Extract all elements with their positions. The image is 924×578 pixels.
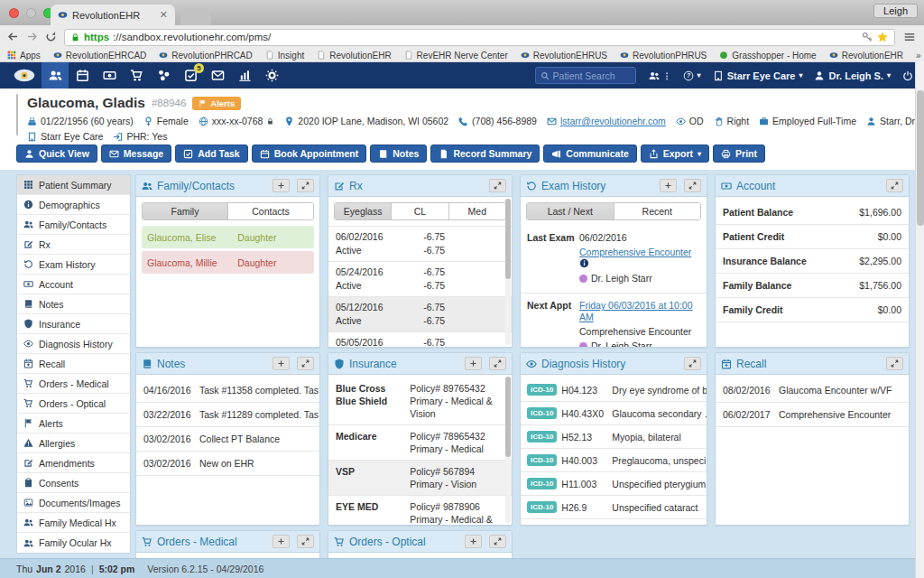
family-row[interactable]: Glaucoma, MillieDaughter (142, 251, 314, 274)
note-row[interactable]: 03/22/2016Task #11289 completed. Tas… (136, 403, 319, 427)
expand-button[interactable] (684, 179, 701, 192)
rx-row[interactable]: 06/02/2016Active-6.75-6.75 (328, 226, 512, 261)
info-circle-icon[interactable] (579, 258, 589, 268)
recent-patients-menu[interactable]: ⋮ (649, 70, 671, 81)
bookmarks-overflow-chevron[interactable]: » (916, 51, 921, 61)
sidebar-item-recall[interactable]: Recall (17, 354, 130, 374)
tab-family[interactable]: Family (143, 203, 227, 219)
sidebar-item-notes[interactable]: Notes (17, 294, 130, 314)
add-button[interactable] (465, 357, 482, 370)
sidebar-item-family-medical-hx[interactable]: Family Medical Hx (17, 513, 130, 533)
family-row[interactable]: Glaucoma, EliseDaughter (142, 226, 314, 248)
message-button[interactable]: Message (101, 144, 171, 163)
export-button[interactable]: Export▾ (641, 144, 709, 163)
bookmark-item[interactable]: RevolutionEHRUS (521, 51, 607, 61)
sidebar-item-documents-images[interactable]: Documents/Images (17, 493, 130, 513)
forward-button[interactable] (26, 31, 38, 44)
alerts-badge[interactable]: Alerts (192, 97, 241, 110)
address-bar[interactable]: https://sandbox.revolutionehr.com/pms/ (64, 29, 895, 46)
book-appointment-button[interactable]: Book Appointment (252, 144, 367, 163)
key-icon[interactable] (862, 32, 873, 42)
rx-row[interactable]: 05/05/2016Active-6.75-6.75 (328, 331, 512, 347)
logout-button[interactable] (902, 70, 913, 81)
insurance-row[interactable]: MedicarePolicy# 78965432Primary - Medica… (328, 424, 512, 460)
sidebar-item-family-contacts[interactable]: Family/Contacts (17, 215, 130, 235)
back-button[interactable] (7, 31, 19, 44)
diagnosis-row[interactable]: ICD-10H26.9Unspecified cataract (521, 496, 707, 519)
browser-scrollbar[interactable] (915, 61, 924, 578)
sidebar-item-patient-summary[interactable]: Patient Summary (17, 175, 130, 195)
expand-button[interactable] (489, 179, 506, 192)
sidebar-item-rx[interactable]: Rx (17, 235, 130, 255)
diagnosis-row[interactable]: ICD-10H04.123Dry eye syndrome of b… (521, 378, 707, 402)
tab-eyeglass[interactable]: Eyeglass (335, 203, 391, 219)
bookmark-star-icon[interactable] (876, 31, 889, 43)
nav-accounting[interactable] (96, 62, 123, 89)
patient-search-input[interactable] (553, 70, 625, 81)
next-appt-link[interactable]: Friday 06/03/2016 at 10:00 AM (579, 300, 693, 322)
scrollbar[interactable] (505, 377, 511, 523)
browser-tab[interactable]: RevolutionEHR ✕ (51, 5, 175, 25)
insurance-row[interactable]: VSPPolicy# 567894Primary - Vision (328, 460, 512, 495)
bookmark-item[interactable]: RevolutionEHR (317, 51, 391, 61)
scrollbar[interactable] (505, 199, 511, 345)
bookmark-item[interactable]: RevolutionPHRCAD (159, 51, 252, 61)
bookmark-item[interactable]: RevEHR Nerve Center (404, 51, 508, 61)
nav-admin[interactable] (258, 62, 285, 89)
note-row[interactable]: 03/02/2016Collect PT Balance (136, 427, 319, 452)
expand-button[interactable] (297, 179, 314, 192)
revolutionehr-logo[interactable] (7, 69, 42, 82)
rx-row[interactable]: 05/12/2016Active-6.75-6.75 (328, 296, 512, 331)
bookmark-item[interactable]: RevolutionEHRCAD (53, 51, 146, 61)
diagnosis-row[interactable]: ICD-10H40.43X0Glaucoma secondary … (521, 402, 707, 425)
recall-row[interactable]: 06/02/2017Comprehensive Encounter (716, 403, 909, 427)
sidebar-item-orders-medical[interactable]: Orders - Medical (17, 374, 130, 394)
nav-tasks[interactable]: 5 (177, 62, 204, 89)
expand-button[interactable] (297, 535, 314, 548)
sidebar-item-allergies[interactable]: Allergies (17, 434, 130, 453)
add-button[interactable] (465, 535, 482, 548)
scrollbar-thumb[interactable] (917, 90, 924, 226)
minimize-window-button[interactable] (26, 8, 36, 18)
sidebar-item-alerts[interactable]: Alerts (17, 414, 130, 434)
notes-button[interactable]: Notes (370, 144, 427, 163)
note-row[interactable]: 03/02/2016New on EHR (136, 452, 319, 476)
insurance-row[interactable]: Blue Cross Blue ShieldPolicy# 89765432Pr… (328, 378, 512, 424)
add-button[interactable] (273, 535, 290, 548)
tab-contacts[interactable]: Contacts (227, 203, 313, 219)
bookmark-item[interactable]: RevolutionPHRUS (620, 51, 707, 61)
sidebar-item-consents[interactable]: Consents (17, 473, 130, 493)
patient-search[interactable] (535, 67, 636, 84)
bookmark-item[interactable]: Grasshopper - Home (719, 51, 816, 61)
expand-button[interactable] (886, 357, 903, 370)
help-menu[interactable]: ?▾ (683, 70, 701, 81)
sidebar-item-orders-optical[interactable]: Orders - Optical (17, 394, 130, 414)
add-button[interactable] (660, 179, 677, 192)
add-button[interactable] (273, 357, 290, 370)
sidebar-item-amendments[interactable]: Amendments (17, 453, 130, 473)
nav-patients[interactable] (42, 62, 69, 89)
last-encounter-link[interactable]: Comprehensive Encounter (579, 247, 691, 257)
tab-last-next[interactable]: Last / Next (527, 203, 614, 219)
sidebar-item-demographics[interactable]: Demographics (17, 195, 130, 215)
nav-orders[interactable] (123, 62, 150, 89)
expand-button[interactable] (489, 357, 506, 370)
nav-messages[interactable] (204, 62, 231, 89)
sidebar-item-account[interactable]: Account (17, 275, 130, 294)
patient-photo[interactable] (16, 94, 18, 135)
quick-view-button[interactable]: Quick View (16, 144, 97, 163)
close-window-button[interactable] (9, 8, 19, 18)
tab-cl[interactable]: CL (391, 203, 448, 219)
print-button[interactable]: Print (713, 144, 765, 163)
sidebar-item-diagnosis-history[interactable]: Diagnosis History (17, 334, 130, 354)
nav-reports[interactable] (231, 62, 258, 89)
nav-inventory[interactable] (150, 62, 177, 89)
tab-med[interactable]: Med (448, 203, 505, 219)
bookmark-item[interactable]: RevolutionEHR (829, 51, 903, 61)
expand-button[interactable] (684, 357, 701, 370)
bookmark-item[interactable]: Insight (265, 51, 304, 61)
note-row[interactable]: 04/16/2016Task #11358 completed. Tas… (136, 378, 319, 403)
expand-button[interactable] (886, 179, 903, 192)
diagnosis-row[interactable]: ICD-10H52.13Myopia, bilateral (521, 425, 707, 449)
communicate-button[interactable]: Communicate (543, 144, 636, 163)
